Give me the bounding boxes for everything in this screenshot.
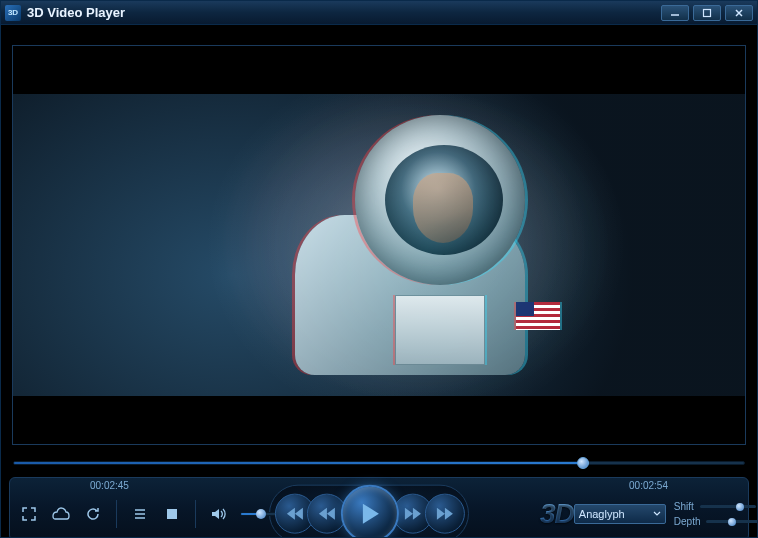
shift-thumb[interactable]: [736, 503, 744, 511]
seek-bar[interactable]: [13, 451, 745, 475]
close-button[interactable]: [725, 5, 753, 21]
divider: [116, 500, 117, 528]
transport-controls: [279, 485, 461, 538]
letterbox: [13, 396, 745, 444]
video-content-astronaut: [235, 115, 555, 375]
letterbox: [13, 46, 745, 94]
fullscreen-button[interactable]: [18, 503, 40, 525]
depth-thumb[interactable]: [728, 518, 736, 526]
seek-track[interactable]: [13, 461, 745, 465]
snapshot-button[interactable]: [50, 503, 72, 525]
window-title: 3D Video Player: [27, 5, 661, 20]
total-time: 00:02:54: [629, 480, 668, 491]
svg-rect-1: [704, 9, 711, 16]
minimize-button[interactable]: [661, 5, 689, 21]
seek-thumb[interactable]: [577, 457, 589, 469]
3d-mode-select[interactable]: Anaglyph: [574, 504, 666, 524]
window-controls: [661, 5, 753, 21]
shift-label: Shift: [674, 501, 694, 512]
depth-label: Depth: [674, 516, 701, 527]
maximize-button[interactable]: [693, 5, 721, 21]
video-frame: [13, 94, 745, 396]
volume-thumb[interactable]: [256, 509, 266, 519]
volume-button[interactable]: [208, 503, 230, 525]
chevron-down-icon: [653, 510, 661, 518]
seek-fill: [14, 462, 583, 464]
3d-mode-selected: Anaglyph: [579, 508, 625, 520]
stop-button[interactable]: [161, 503, 183, 525]
controls-bar: 00:02:45 00:02:54: [9, 477, 749, 538]
video-viewport[interactable]: [12, 45, 746, 445]
playlist-button[interactable]: [129, 503, 151, 525]
current-time: 00:02:45: [90, 480, 129, 491]
app-icon: 3D: [5, 5, 21, 21]
svg-rect-7: [167, 509, 177, 519]
next-button[interactable]: [425, 494, 465, 534]
play-button[interactable]: [341, 485, 399, 538]
depth-slider[interactable]: [706, 520, 758, 523]
divider: [195, 500, 196, 528]
titlebar: 3D 3D Video Player: [1, 1, 757, 25]
repeat-button[interactable]: [82, 503, 104, 525]
shift-slider[interactable]: [700, 505, 756, 508]
3d-toggle-button[interactable]: 3D: [540, 498, 574, 530]
